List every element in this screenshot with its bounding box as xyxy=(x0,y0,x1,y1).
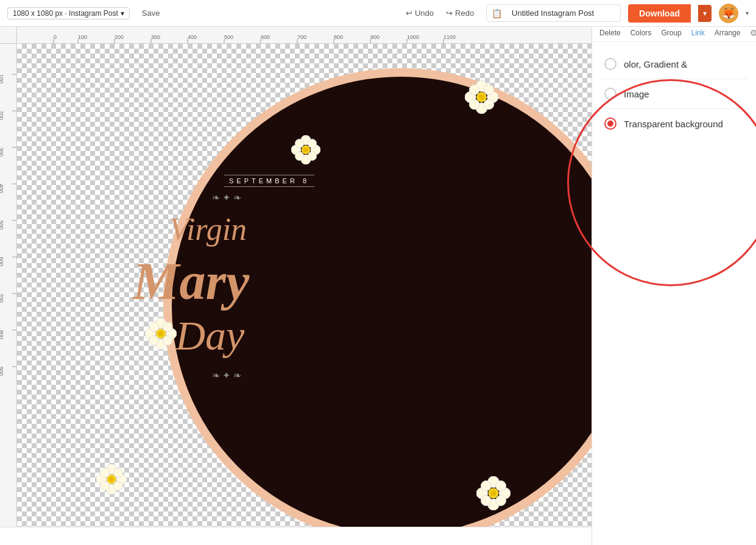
ruler-vertical: 100 200 300 400 500 600 700 800 900 xyxy=(0,44,17,527)
svg-text:0: 0 xyxy=(54,34,57,40)
save-button[interactable]: Save xyxy=(137,6,165,20)
radio-image xyxy=(604,88,616,100)
dropdown-arrow-icon: ▾ xyxy=(121,9,124,18)
size-label[interactable]: 1080 x 1080 px · Instagram Post ▾ xyxy=(7,7,130,19)
bg-option-image[interactable]: Image xyxy=(599,79,749,109)
avatar[interactable]: 🦊 xyxy=(719,4,738,23)
panel-actions: Delete Colors Group Link Arrange ⚙ xyxy=(592,24,756,42)
group-action[interactable]: Group xyxy=(661,29,681,37)
svg-text:400: 400 xyxy=(188,34,197,40)
svg-text:700: 700 xyxy=(0,294,4,303)
flower-bottom-left xyxy=(96,464,127,494)
text-day: Day xyxy=(175,312,244,360)
svg-text:300: 300 xyxy=(0,147,4,156)
flower-top-mid xyxy=(291,135,320,164)
bg-option-color-gradient-label: olor, Gradient & xyxy=(624,59,687,69)
bg-option-color-gradient[interactable]: olor, Gradient & xyxy=(599,49,749,79)
bg-options: olor, Gradient & Image Transparent backg… xyxy=(592,42,756,146)
svg-point-61 xyxy=(295,139,303,147)
svg-point-88 xyxy=(113,468,122,477)
svg-point-49 xyxy=(484,99,494,110)
undo-label: Undo xyxy=(415,9,434,18)
svg-point-90 xyxy=(101,481,110,490)
radio-transparent xyxy=(604,118,616,130)
svg-point-81 xyxy=(481,480,491,491)
svg-point-60 xyxy=(295,152,303,160)
svg-point-89 xyxy=(113,481,122,490)
date-text: SEPTEMBER 8 xyxy=(224,175,314,187)
svg-point-59 xyxy=(308,152,316,160)
flower-top-right xyxy=(465,80,498,114)
radio-transparent-fill xyxy=(607,121,613,127)
radio-color-gradient xyxy=(604,58,616,70)
right-panel: Background Properties Delete Colors Grou… xyxy=(592,0,756,545)
avatar-dropdown-arrow[interactable]: ▾ xyxy=(746,10,749,16)
svg-point-91 xyxy=(101,468,110,477)
svg-text:200: 200 xyxy=(0,111,4,120)
svg-point-53 xyxy=(479,94,484,100)
design-content: SEPTEMBER 8 ❧ ✦ ❧ Virgin Mary Day ❧ ✦ ❧ xyxy=(54,50,547,527)
bg-option-transparent-label: Transparent background xyxy=(624,119,723,129)
title-field-wrapper: 📋 xyxy=(486,4,621,22)
undo-redo-group: ↩ Undo ↪ Redo xyxy=(401,6,479,20)
undo-icon: ↩ xyxy=(406,9,412,18)
arrange-action[interactable]: Arrange xyxy=(715,29,741,37)
svg-point-73 xyxy=(158,331,164,337)
svg-point-70 xyxy=(149,336,159,345)
svg-text:700: 700 xyxy=(297,34,306,40)
svg-text:1000: 1000 xyxy=(407,34,419,40)
colors-action[interactable]: Colors xyxy=(631,29,652,37)
svg-text:1100: 1100 xyxy=(443,34,456,40)
download-dropdown-button[interactable]: ▾ xyxy=(698,5,712,22)
undo-button[interactable]: ↩ Undo xyxy=(401,6,439,20)
svg-point-50 xyxy=(469,99,479,110)
ornament-bottom: ❧ ✦ ❧ xyxy=(212,370,241,381)
bg-option-image-label: Image xyxy=(624,89,649,99)
flower-bottom-right xyxy=(476,476,510,510)
svg-text:600: 600 xyxy=(0,257,4,266)
top-toolbar: 1080 x 1080 px · Instagram Post ▾ Save ↩… xyxy=(0,0,756,27)
svg-text:900: 900 xyxy=(0,367,4,376)
svg-text:500: 500 xyxy=(224,34,233,40)
canvas-area[interactable]: 0 100 200 300 400 500 600 700 800 900 10… xyxy=(0,27,592,527)
svg-text:800: 800 xyxy=(334,34,343,40)
settings-icon[interactable]: ⚙ xyxy=(750,28,756,38)
doc-icon: 📋 xyxy=(492,9,502,18)
text-mary: Mary xyxy=(133,251,249,312)
svg-text:500: 500 xyxy=(0,220,4,230)
link-action[interactable]: Link xyxy=(691,29,705,37)
svg-point-51 xyxy=(469,85,479,95)
delete-action[interactable]: Delete xyxy=(599,29,621,37)
bg-option-transparent[interactable]: Transparent background xyxy=(599,109,749,138)
svg-text:300: 300 xyxy=(151,34,160,40)
text-virgin: Virgin xyxy=(169,211,247,247)
svg-text:100: 100 xyxy=(0,74,4,83)
svg-point-63 xyxy=(303,147,308,152)
svg-point-93 xyxy=(109,477,114,482)
svg-point-71 xyxy=(149,322,159,332)
svg-point-83 xyxy=(490,490,496,496)
svg-text:200: 200 xyxy=(115,34,124,40)
svg-point-80 xyxy=(481,496,491,506)
size-text: 1080 x 1080 px · Instagram Post xyxy=(13,9,118,18)
svg-point-58 xyxy=(308,139,316,147)
redo-label: Redo xyxy=(455,9,474,18)
svg-text:400: 400 xyxy=(0,184,4,193)
svg-text:900: 900 xyxy=(370,34,380,40)
download-button[interactable]: Download xyxy=(628,4,691,23)
design-canvas: SEPTEMBER 8 ❧ ✦ ❧ Virgin Mary Day ❧ ✦ ❧ xyxy=(17,44,592,527)
redo-button[interactable]: ↪ Redo xyxy=(441,6,479,20)
svg-text:800: 800 xyxy=(0,330,4,339)
ruler-corner xyxy=(0,27,17,44)
ornament-top: ❧ ✦ ❧ xyxy=(212,192,241,203)
svg-point-68 xyxy=(163,322,172,332)
svg-text:600: 600 xyxy=(261,34,270,40)
svg-point-79 xyxy=(496,496,506,506)
svg-point-69 xyxy=(163,336,172,345)
svg-text:100: 100 xyxy=(78,34,87,40)
ruler-horizontal: 0 100 200 300 400 500 600 700 800 900 10… xyxy=(17,27,592,44)
flower-left-mid xyxy=(145,318,177,350)
svg-point-78 xyxy=(496,480,506,491)
title-input[interactable] xyxy=(506,6,615,20)
svg-point-48 xyxy=(484,85,494,95)
